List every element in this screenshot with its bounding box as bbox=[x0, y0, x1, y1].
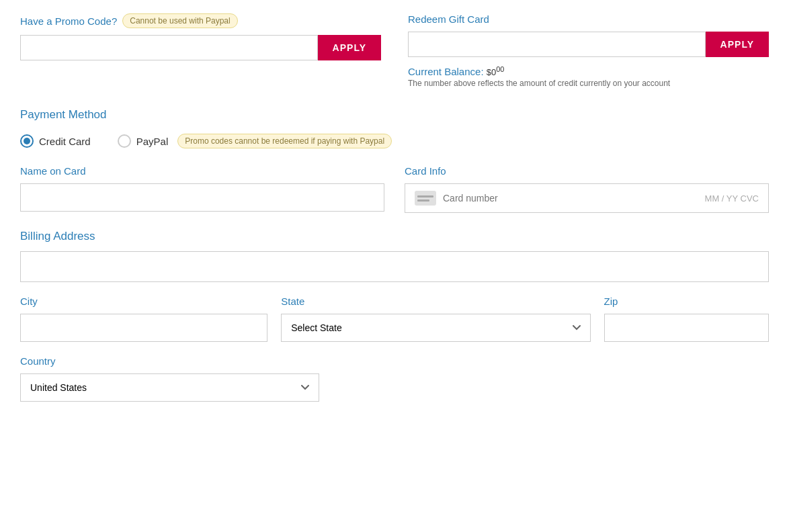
balance-section: Current Balance: $000 The number above r… bbox=[408, 65, 769, 88]
gift-section: Redeem Gift Card APPLY Current Balance: … bbox=[408, 13, 769, 88]
paypal-radio[interactable] bbox=[118, 134, 131, 148]
state-label: State bbox=[281, 296, 590, 307]
zip-field: Zip bbox=[604, 296, 769, 342]
city-state-zip-row: City State Select State Alabama Alaska A… bbox=[20, 296, 769, 342]
city-field: City bbox=[20, 296, 267, 342]
city-input[interactable] bbox=[20, 314, 267, 342]
state-select[interactable]: Select State Alabama Alaska Arizona Cali… bbox=[281, 314, 590, 342]
card-number-input[interactable] bbox=[443, 193, 698, 204]
credit-card-radio[interactable] bbox=[20, 134, 34, 148]
promo-label: Have a Promo Code? Cannot be used with P… bbox=[20, 13, 381, 28]
country-select[interactable]: United States Canada United Kingdom Aust… bbox=[20, 373, 319, 402]
promo-input[interactable] bbox=[20, 35, 318, 60]
name-on-card-section: Name on Card bbox=[20, 165, 384, 213]
credit-card-label: Credit Card bbox=[39, 136, 91, 147]
balance-note: The number above reflects the amount of … bbox=[408, 79, 769, 88]
card-number-field: MM / YY CVC bbox=[405, 183, 769, 213]
balance-label: Current Balance: $000 bbox=[408, 65, 769, 77]
name-on-card-input[interactable] bbox=[20, 183, 384, 212]
state-field: State Select State Alabama Alaska Arizon… bbox=[281, 296, 590, 342]
paypal-option[interactable]: PayPal Promo codes cannot be redeemed if… bbox=[118, 134, 392, 148]
card-brand-icon bbox=[415, 191, 436, 206]
promo-input-row: APPLY bbox=[20, 35, 381, 60]
paypal-label: PayPal bbox=[136, 136, 169, 147]
billing-address-input[interactable] bbox=[20, 251, 769, 282]
promo-section: Have a Promo Code? Cannot be used with P… bbox=[20, 13, 381, 88]
name-on-card-label: Name on Card bbox=[20, 165, 384, 177]
promo-apply-button[interactable]: APPLY bbox=[318, 35, 381, 60]
billing-section: Billing Address City State Select State … bbox=[20, 230, 769, 402]
gift-title-text: Redeem Gift Card bbox=[408, 13, 489, 25]
payment-options: Credit Card PayPal Promo codes cannot be… bbox=[20, 134, 769, 148]
promo-warning-badge: Cannot be used with Paypal bbox=[122, 13, 237, 28]
gift-label: Redeem Gift Card bbox=[408, 13, 769, 25]
country-label: Country bbox=[20, 355, 769, 367]
card-info-label: Card Info bbox=[405, 165, 769, 177]
payment-title: Payment Method bbox=[20, 108, 769, 122]
city-label: City bbox=[20, 296, 267, 307]
gift-input[interactable] bbox=[408, 32, 706, 57]
credit-card-option[interactable]: Credit Card bbox=[20, 134, 91, 148]
gift-apply-button[interactable]: APPLY bbox=[706, 32, 769, 57]
zip-label: Zip bbox=[604, 296, 769, 307]
promo-title-text: Have a Promo Code? bbox=[20, 15, 117, 27]
card-info-section: Card Info MM / YY CVC bbox=[405, 165, 769, 213]
billing-title: Billing Address bbox=[20, 230, 769, 243]
gift-input-row: APPLY bbox=[408, 32, 769, 57]
card-hints: MM / YY CVC bbox=[705, 193, 759, 204]
zip-input[interactable] bbox=[604, 314, 769, 342]
payment-section: Payment Method Credit Card PayPal Promo … bbox=[20, 108, 769, 148]
balance-value: $000 bbox=[487, 67, 505, 77]
paypal-warning-badge: Promo codes cannot be redeemed if paying… bbox=[177, 134, 392, 148]
card-section: Name on Card Card Info MM / YY CVC bbox=[20, 165, 769, 213]
country-section: Country United States Canada United King… bbox=[20, 355, 769, 402]
